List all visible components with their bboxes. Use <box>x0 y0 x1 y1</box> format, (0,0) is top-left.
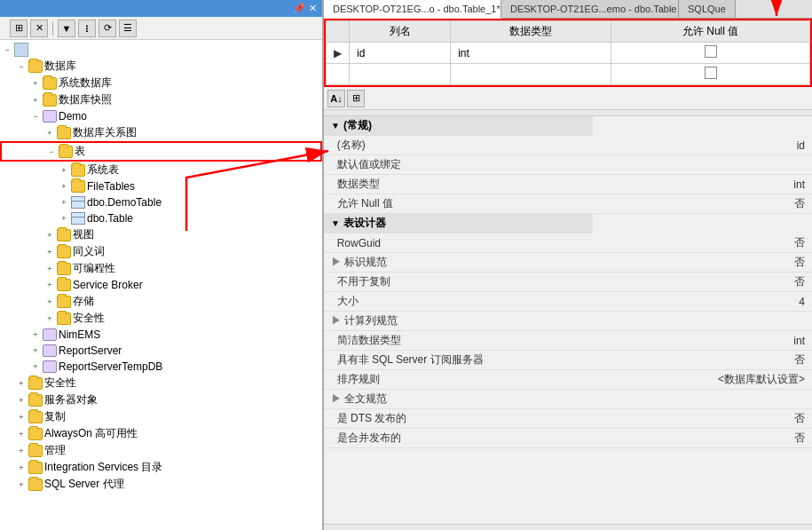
th-indicator <box>327 21 350 43</box>
tree-security-top[interactable]: + 安全性 <box>0 375 322 392</box>
col-null-1[interactable] <box>611 43 810 64</box>
rs-toggle[interactable]: + <box>28 344 43 358</box>
tree-dbo-table[interactable]: + dbo.Table <box>0 210 322 226</box>
left-toolbar: ⊞ ✕ ▼ ⫶ ⟳ ☰ <box>0 17 322 40</box>
views-icon <box>57 229 71 241</box>
storage-toggle[interactable]: + <box>43 295 57 309</box>
synonyms-label: 同义词 <box>73 244 105 259</box>
sysdb-toggle[interactable]: + <box>28 76 43 91</box>
tree-storage[interactable]: + 存储 <box>0 293 322 310</box>
toolbar-btn-6[interactable]: ☰ <box>119 20 137 37</box>
tree-sys-tables[interactable]: + 系统表 <box>0 162 322 178</box>
tree-security-demo[interactable]: + 安全性 <box>0 310 322 327</box>
pin-button[interactable]: 📌 <box>293 3 305 14</box>
tab-2[interactable]: SQLQue <box>679 0 736 18</box>
col-name-1[interactable]: id <box>350 43 451 64</box>
diagram-toggle[interactable]: + <box>43 126 57 140</box>
server-obj-toggle[interactable]: + <box>14 393 28 407</box>
rstmp-toggle[interactable]: + <box>28 360 43 374</box>
section-header-general[interactable]: ▼ (常规) <box>324 116 812 136</box>
snapshot-toggle[interactable]: + <box>28 93 43 107</box>
security-demo-toggle[interactable]: + <box>43 312 57 326</box>
replication-toggle[interactable]: + <box>14 410 28 424</box>
nimems-toggle[interactable]: + <box>28 328 43 342</box>
tree-integration[interactable]: + Integration Services 目录 <box>0 459 322 476</box>
close-button[interactable]: ✕ <box>309 3 317 14</box>
tree-db-snapshot[interactable]: + 数据库快照 <box>0 91 322 108</box>
dbo-table-label: dbo.Table <box>87 212 133 225</box>
demo-table-icon <box>71 196 85 209</box>
tree-databases[interactable]: − 数据库 <box>0 58 322 75</box>
props-area: ▼ (常规) (名称) id 默认值或绑定 <box>324 116 812 524</box>
tree-demo-table[interactable]: + dbo.DemoTable <box>0 194 322 210</box>
tree-service-broker[interactable]: + Service Broker <box>0 277 322 293</box>
tree-reportserver[interactable]: + ReportServer <box>0 343 322 359</box>
prop-row-computed[interactable]: ▶ 计算列规范 <box>324 312 812 331</box>
designer-section-toggle[interactable]: ▼ <box>331 218 340 228</box>
sys-tables-toggle[interactable]: + <box>57 163 71 178</box>
file-tables-toggle[interactable]: + <box>57 179 71 194</box>
dbo-table-toggle[interactable]: + <box>57 211 71 225</box>
tree-alwayson[interactable]: + AlwaysOn 高可用性 <box>0 425 322 442</box>
toolbar-btn-1[interactable]: ⊞ <box>10 20 28 37</box>
security-top-toggle[interactable]: + <box>14 376 28 391</box>
col-null-2[interactable] <box>611 64 810 85</box>
tree-server-objects[interactable]: + 服务器对象 <box>0 392 322 408</box>
tab-1[interactable]: DESKTOP-OT21EG...emo - dbo.Table <box>501 0 679 18</box>
tab-0[interactable]: DESKTOP-OT21EG...o - dbo.Table_1* ✕ <box>324 0 501 19</box>
replication-label: 复制 <box>44 409 66 424</box>
tree-sql-agent[interactable]: + SQL Server 代理 <box>0 476 322 493</box>
toolbar-btn-5[interactable]: ⟳ <box>99 20 116 37</box>
alwayson-toggle[interactable]: + <box>14 427 28 441</box>
views-toggle[interactable]: + <box>43 228 57 242</box>
tree-views[interactable]: + 视图 <box>0 226 322 243</box>
col-type-2[interactable] <box>451 64 611 85</box>
tree-programmability[interactable]: + 可编程性 <box>0 260 322 277</box>
nullable-checkbox-2[interactable] <box>705 67 717 79</box>
tables-toggle[interactable]: − <box>44 145 59 159</box>
props-group-btn[interactable]: ⊞ <box>347 90 365 107</box>
props-sort-btn[interactable]: A↓ <box>327 90 345 107</box>
toolbar-btn-3[interactable]: ▼ <box>58 20 75 37</box>
demo-toggle[interactable]: − <box>28 109 43 123</box>
prop-val-rowguid: 否 <box>593 233 813 253</box>
tree-diagram[interactable]: + 数据库关系图 <box>0 124 322 141</box>
server-obj-label: 服务器对象 <box>44 392 98 407</box>
synonyms-toggle[interactable]: + <box>43 245 57 259</box>
root-toggle[interactable]: − <box>0 43 14 57</box>
tree-replication[interactable]: + 复制 <box>0 408 322 425</box>
nullable-checkbox-1[interactable] <box>705 45 717 58</box>
prop-row-fulltext[interactable]: ▶ 全文规范 <box>324 390 812 409</box>
sql-agent-toggle[interactable]: + <box>14 478 28 492</box>
prog-toggle[interactable]: + <box>43 262 57 276</box>
prop-row-identity[interactable]: ▶ 标识规范 否 <box>324 253 812 273</box>
toolbar-btn-2[interactable]: ✕ <box>30 20 48 37</box>
sysdb-icon <box>43 77 57 90</box>
section-header-designer[interactable]: ▼ 表设计器 <box>324 214 812 234</box>
tables-icon <box>59 146 73 158</box>
tree-tables[interactable]: − 表 <box>0 141 322 162</box>
tree-system-db[interactable]: + 系统数据库 <box>0 75 322 91</box>
sb-toggle[interactable]: + <box>43 278 57 292</box>
tree-nimems[interactable]: + NimEMS <box>0 327 322 343</box>
tree-management[interactable]: + 管理 <box>0 442 322 459</box>
designer-section-label: 表设计器 <box>343 216 386 231</box>
management-toggle[interactable]: + <box>14 444 28 458</box>
databases-toggle[interactable]: − <box>14 59 28 74</box>
demo-table-toggle[interactable]: + <box>57 195 71 210</box>
col-name-2[interactable] <box>350 64 451 85</box>
general-section-toggle[interactable]: ▼ <box>331 121 340 131</box>
rs-icon <box>43 344 57 357</box>
prop-label-name: (名称) <box>324 136 593 155</box>
integration-toggle[interactable]: + <box>14 461 28 475</box>
tree-root[interactable]: − <box>0 42 322 58</box>
tree-demo-db[interactable]: − Demo <box>0 108 322 124</box>
tree-file-tables[interactable]: + FileTables <box>0 178 322 194</box>
tree-reportservertempdb[interactable]: + ReportServerTempDB <box>0 359 322 375</box>
prop-val-mergepub: 否 <box>593 429 813 448</box>
toolbar-btn-4[interactable]: ⫶ <box>78 20 96 37</box>
prop-val-datatype: int <box>593 175 813 194</box>
props-table: ▼ (常规) (名称) id 默认值或绑定 <box>324 116 812 448</box>
tree-synonyms[interactable]: + 同义词 <box>0 243 322 260</box>
col-type-1[interactable]: int <box>451 43 611 64</box>
